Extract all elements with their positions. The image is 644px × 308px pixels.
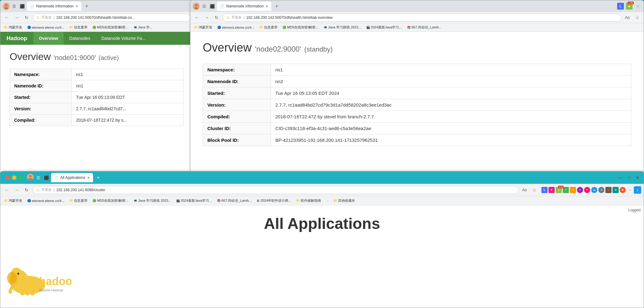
tab-group-btn-1[interactable]: ⬛ <box>19 3 26 10</box>
active-tab-3[interactable]: 📄 All Applications ✕ <box>51 173 93 182</box>
bookmark-icon-2-3: 🟢 <box>282 26 286 29</box>
table-label-1-0: Namespace: <box>10 69 72 80</box>
ext-sync-3[interactable]: ⤓ <box>634 186 641 194</box>
hadoop-logo-1: Hadoop <box>0 32 33 45</box>
new-tab-btn-3[interactable]: + <box>94 174 102 182</box>
bookmark-1-4[interactable]: 💻 Java 学... <box>132 24 154 30</box>
bookmark-2-0[interactable]: 📁 鸿蒙开发 <box>193 24 214 30</box>
address-input-3[interactable]: ⚠ 不安全 | 192.168.200.141:8088/cluster <box>32 186 519 194</box>
win-min-3[interactable] <box>12 175 16 180</box>
tab-close-3[interactable]: ✕ <box>87 176 90 180</box>
forward-btn-1[interactable]: → <box>13 14 21 22</box>
ext-red-3[interactable]: ♥ <box>584 187 590 193</box>
overview-title-1: Overview 'node01:9000' (active) <box>10 51 184 62</box>
reload-btn-3[interactable]: ↻ <box>23 186 31 194</box>
tab-close-1[interactable]: ✕ <box>75 4 78 8</box>
ext-badge-3[interactable]: 1 1.00 <box>556 187 562 193</box>
bookmark-icon-3-1: 🔵 <box>27 199 31 202</box>
bookmark-3-4[interactable]: 💻 Java 学习路线 2023... <box>132 198 172 204</box>
bookmark-1-2[interactable]: 📁 信息素养 <box>68 24 89 30</box>
address-input-2[interactable]: ⚠ 不安全 | 192.168.200.142:50070/dfshealth.… <box>222 14 621 22</box>
bookmark-3-9[interactable]: 📁 其他收藏夹 <box>332 198 356 204</box>
bookmark-1-3[interactable]: 🟢 MD5在线加密/解密... <box>91 24 129 30</box>
ext-l-3[interactable]: L <box>541 187 548 193</box>
tab-close-2[interactable]: ✕ <box>265 4 268 8</box>
bookmark-icon-3-9: 📁 <box>333 199 337 202</box>
ext-purple-3[interactable]: ● <box>577 187 583 193</box>
svg-rect-16 <box>31 290 34 295</box>
bookmark-2-5[interactable]: 🎬 2024最新Java学习... <box>365 24 403 30</box>
extensions-toolbar-3: L ✦ 1 1.00 ✓ T ● ♥ ☁ ★ ↕ ⊞ ◆ ··· ⤓ <box>541 186 641 194</box>
bookmark-2-3[interactable]: 🟢 MD5在线加密/解密... <box>281 24 320 30</box>
ext-deep-3[interactable]: ◆ <box>620 187 626 193</box>
win-minimize-btn-3[interactable]: — <box>616 175 625 180</box>
win-close-3[interactable] <box>6 175 10 180</box>
bookmark-3-2[interactable]: 📁 信息素养 <box>68 198 89 204</box>
read-mode-btn-2[interactable]: Aα <box>623 14 631 22</box>
bookmark-label-3-0: 鸿蒙开发 <box>9 198 22 203</box>
sidebar-toggle-2[interactable]: ☰ <box>201 3 208 10</box>
forward-btn-2[interactable]: → <box>203 14 211 22</box>
reload-btn-2[interactable]: ↻ <box>213 14 221 22</box>
svg-point-1 <box>5 4 7 6</box>
win-restore-btn-3[interactable]: □ <box>626 175 632 180</box>
ext-teal-3[interactable]: ⊞ <box>612 187 619 193</box>
win-close-btn-3[interactable]: ✕ <box>633 175 641 181</box>
bookmark-3-5[interactable]: 🎬 2024最新Java学习... <box>175 198 213 204</box>
sidebar-toggle-3[interactable]: ☰ <box>35 174 42 181</box>
nav-overview-1[interactable]: Overview <box>33 32 64 45</box>
table-label-2-1: Namenode ID: <box>203 76 271 87</box>
more-bookmarks-3[interactable]: › <box>326 198 330 203</box>
active-tab-2[interactable]: 📄 Namenode information ✕ <box>217 2 271 11</box>
new-tab-btn-2[interactable]: + <box>273 2 281 10</box>
bookmark-1-0[interactable]: 📁 鸿蒙开发 <box>3 24 23 30</box>
bookmark-1-1[interactable]: 🔵 element.eleme.cn/#... <box>26 25 66 30</box>
ext-green-3[interactable]: ✓ <box>563 187 569 193</box>
tab-group-btn-2[interactable]: ⬛ <box>209 3 216 10</box>
forward-btn-3[interactable]: → <box>13 186 21 194</box>
ext-gray-3[interactable]: ★ <box>598 187 604 193</box>
fav-btn-3[interactable]: ☆ <box>530 186 538 194</box>
back-btn-2[interactable]: ← <box>193 14 201 22</box>
bookmark-3-3[interactable]: 🟢 MD5在线加密/解密... <box>91 198 129 204</box>
overview-title-2: Overview 'node02:9000' (standby) <box>203 41 631 54</box>
ext-brown-3[interactable]: ↕ <box>605 187 612 193</box>
bookmark-3-6[interactable]: 📚 667.尚硅谷_Lamb... <box>216 198 253 204</box>
bookmark-2-1[interactable]: 🔵 element.eleme.cn/#... <box>216 25 256 30</box>
ext-more-3[interactable]: ··· <box>627 187 633 193</box>
browser-avatar-1 <box>3 3 10 10</box>
nav-datanode-vol-1[interactable]: Datanode Volume Fa... <box>96 32 151 45</box>
bookmark-3-8[interactable]: 📁 软件破解指南 <box>295 198 322 204</box>
table-label-1-1: Namenode ID: <box>10 80 72 92</box>
close-btn-2[interactable]: ✕ <box>634 3 641 10</box>
ext-pink-3[interactable]: ✦ <box>549 187 555 193</box>
ext-badge-icon[interactable]: ● 1.00 <box>626 3 633 10</box>
tab-bar-2: ☰ ⬛ 📄 Namenode information ✕ + L ● 1.00 … <box>190 0 644 12</box>
bookmark-label-3-2: 信息素养 <box>74 198 87 203</box>
url-text-2: 192.168.200.142:50070/dfshealth.html#tab… <box>246 15 333 20</box>
active-tab-1[interactable]: 📄 Namenode information ✕ <box>27 2 81 11</box>
bookmark-3-0[interactable]: 📁 鸿蒙开发 <box>3 198 23 204</box>
bookmark-2-4[interactable]: 💻 Java 学习路线 2023... <box>322 24 362 30</box>
ext-orange-3[interactable]: T <box>570 187 576 193</box>
all-apps-title: All Applications <box>264 215 380 233</box>
ext-blue-3[interactable]: ☁ <box>591 187 597 193</box>
nav-datanodes-1[interactable]: Datanodes <box>64 32 96 45</box>
bookmark-3-7[interactable]: 🖥 2024年软件设计师... <box>255 198 293 204</box>
table-label-1-4: Compiled: <box>10 115 72 126</box>
reload-btn-1[interactable]: ↻ <box>23 14 31 22</box>
bookmark-2-2[interactable]: 📁 信息素养 <box>258 24 279 30</box>
ext-l-icon[interactable]: L <box>617 3 624 10</box>
bookmark-2-6[interactable]: 📚 667.尚硅谷_Lamb... <box>406 24 443 30</box>
sidebar-toggle-1[interactable]: ☰ <box>11 3 18 10</box>
read-mode-3[interactable]: Aα <box>520 186 528 194</box>
win-max-3[interactable] <box>18 175 23 180</box>
back-btn-1[interactable]: ← <box>3 14 11 22</box>
bookmark-3-1[interactable]: 🔵 element.eleme.cn/#... <box>26 198 66 203</box>
new-tab-btn-1[interactable]: + <box>83 2 91 10</box>
bookmark-label-1-0: 鸿蒙开发 <box>9 25 22 30</box>
favorites-btn-2[interactable]: ☆ <box>633 14 641 22</box>
back-btn-3[interactable]: ← <box>3 186 11 194</box>
address-input-1[interactable]: ⚠ 不安全 | 192.168.200.141:50070/dfshealth.… <box>32 14 190 22</box>
tab-group-btn-3[interactable]: ⬛ <box>43 174 50 181</box>
